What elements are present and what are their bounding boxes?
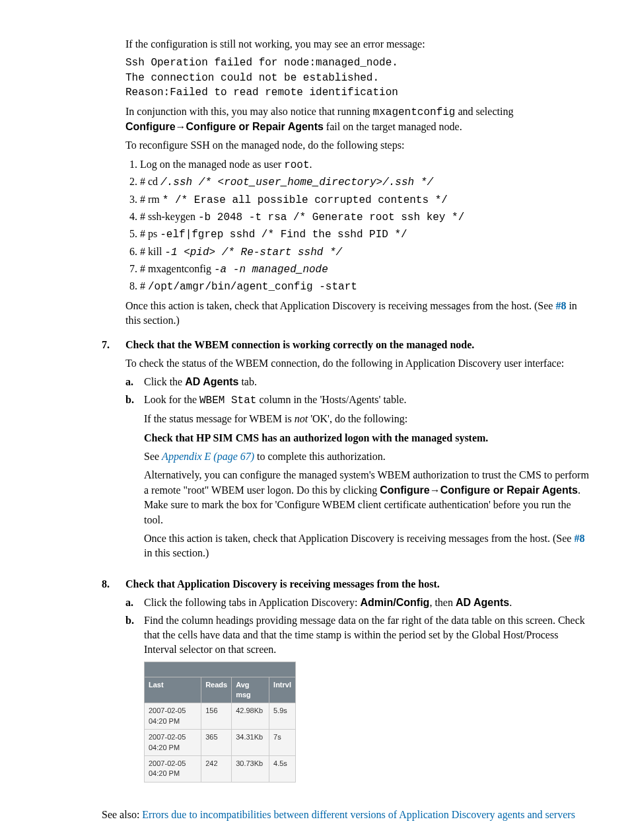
ssh-steps-list: Log on the managed node as user root. # … bbox=[125, 157, 590, 295]
substep-b-line2: If the status message for WBEM is not 'O… bbox=[144, 412, 590, 426]
alternative-paragraph: Alternatively, you can configure the man… bbox=[144, 468, 590, 527]
authorized-logon-heading: Check that HP SIM CMS has an authorized … bbox=[144, 431, 590, 445]
see-also: See also: Errors due to incompatibilitie… bbox=[102, 808, 590, 822]
reconfigure-intro: To reconfigure SSH on the managed node, … bbox=[125, 138, 590, 153]
col-intrvl: Intrvl bbox=[269, 677, 296, 703]
list-item: # mxagentconfig -a -n managed_node bbox=[140, 262, 590, 277]
list-item: # /opt/amgr/bin/agent_config -start bbox=[140, 279, 590, 294]
post-action-check: Once this action is taken, check that Ap… bbox=[125, 299, 590, 328]
mxagent-paragraph: In conjunction with this, you may also n… bbox=[125, 104, 590, 135]
step-7-number: 7. bbox=[102, 338, 125, 568]
substep-b-letter: b. bbox=[125, 393, 144, 565]
col-avg-msg: Avg msg bbox=[232, 677, 269, 703]
step-7-intro: To check the status of the WBEM connecti… bbox=[125, 356, 590, 371]
table-row: 2007-02-05 04:20 PM 156 42.98Kb 5.9s bbox=[145, 703, 296, 730]
list-item: # cd /.ssh /* <root_user_home_directory>… bbox=[140, 174, 590, 190]
appendix-ref: See Appendix E (page 67) to complete thi… bbox=[144, 449, 590, 464]
step-8-title: Check that Application Discovery is rece… bbox=[125, 577, 590, 592]
config-error-intro: If the configuration is still not workin… bbox=[125, 37, 590, 52]
col-reads: Reads bbox=[201, 677, 232, 703]
step-8-number: 8. bbox=[102, 577, 125, 792]
list-item: # ps -elf|fgrep sshd /* Find the sshd PI… bbox=[140, 227, 590, 242]
ssh-error-block: Ssh Operation failed for node:managed_no… bbox=[125, 56, 590, 100]
appendix-e-link[interactable]: Appendix E (page 67) bbox=[162, 451, 254, 462]
step-7-title: Check that the WBEM connection is workin… bbox=[125, 338, 590, 352]
table-row: 2007-02-05 04:20 PM 365 34.31Kb 7s bbox=[145, 730, 296, 756]
substep-8a-body: Click the following tabs in Application … bbox=[144, 595, 590, 610]
list-item: # ssh-keygen -b 2048 -t rsa /* Generate … bbox=[140, 210, 590, 225]
table-row: 2007-02-05 04:20 PM 242 30.73Kb 4.5s bbox=[145, 756, 296, 783]
list-item: Log on the managed node as user root. bbox=[140, 157, 590, 172]
list-item: # rm * /* Erase all possible corrupted c… bbox=[140, 192, 590, 208]
message-data-table: Last Reads Avg msg Intrvl 2007-02-05 04:… bbox=[144, 677, 296, 783]
substep-a-letter: a. bbox=[125, 375, 144, 389]
substep-a-body: Click the AD Agents tab. bbox=[144, 375, 590, 389]
see-also-link[interactable]: Errors due to incompatibilities between … bbox=[142, 809, 575, 820]
col-last: Last bbox=[145, 677, 201, 703]
substep-b-line1: Look for the WBEM Stat column in the 'Ho… bbox=[144, 393, 590, 408]
ref-8-link[interactable]: #8 bbox=[555, 300, 566, 311]
table-header-band bbox=[144, 662, 296, 677]
list-item: # kill -1 <pid> /* Re-start sshd */ bbox=[140, 245, 590, 260]
table-header-row: Last Reads Avg msg Intrvl bbox=[145, 677, 296, 703]
post-action-check-2: Once this action is taken, check that Ap… bbox=[144, 531, 590, 561]
substep-8b-letter: b. bbox=[125, 613, 144, 789]
substep-8a-letter: a. bbox=[125, 595, 144, 610]
ref-8-link-2[interactable]: #8 bbox=[574, 533, 584, 544]
substep-8b-text: Find the column headings providing messa… bbox=[144, 613, 590, 658]
